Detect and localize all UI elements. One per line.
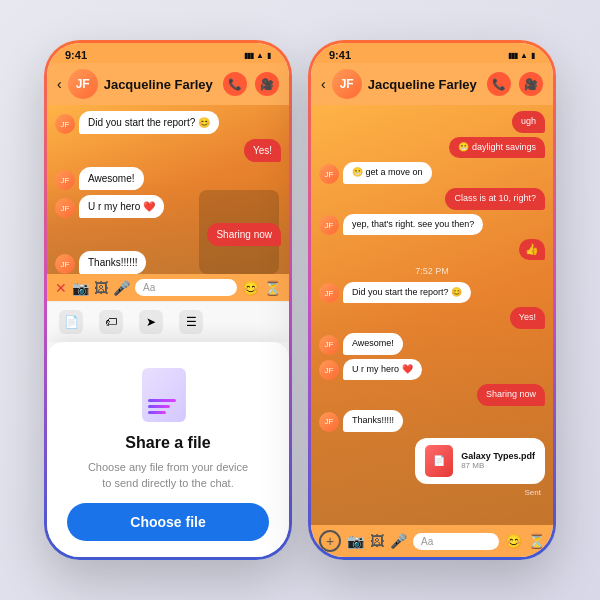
file-message-row: 📄 Galaxy Types.pdf 87 MB xyxy=(319,438,545,484)
sticker-icon[interactable]: 🏷 xyxy=(99,310,123,334)
menu-icon[interactable]: ☰ xyxy=(179,310,203,334)
message-row: JF Did you start the report? 😊 xyxy=(55,111,281,134)
mic-icon[interactable]: 🎤 xyxy=(113,280,130,296)
message-input-right[interactable]: Aa xyxy=(413,533,499,550)
camera-icon[interactable]: 📷 xyxy=(72,280,89,296)
msg-avatar: JF xyxy=(55,198,75,218)
file-info: Galaxy Types.pdf 87 MB xyxy=(461,451,535,470)
input-bar-right: + 📷 🖼 🎤 Aa 😊 ⏳ xyxy=(311,525,553,557)
mic-icon-right[interactable]: 🎤 xyxy=(390,533,407,549)
file-name: Galaxy Types.pdf xyxy=(461,451,535,461)
scene: 9:41 ▮▮▮ ▲ ▮ ‹ JF Jacqueline Farley 📞 🎥 xyxy=(0,0,600,600)
bubble: 😬 daylight savings xyxy=(449,137,545,159)
message-row: JF U r my hero ❤️ xyxy=(319,359,545,381)
emoji-icon[interactable]: 😊 xyxy=(242,280,259,296)
bubble: Awesome! xyxy=(79,167,144,190)
msg-avatar: JF xyxy=(55,114,75,134)
status-time-right: 9:41 xyxy=(329,49,351,61)
file-line xyxy=(148,411,166,414)
close-icon[interactable]: ✕ xyxy=(55,280,67,296)
message-row: Sharing now xyxy=(319,384,545,406)
call-button-right[interactable]: 📞 xyxy=(487,72,511,96)
phone-left: 9:41 ▮▮▮ ▲ ▮ ‹ JF Jacqueline Farley 📞 🎥 xyxy=(44,40,292,560)
call-button-left[interactable]: 📞 xyxy=(223,72,247,96)
signal-icon-left: ▮▮▮ xyxy=(244,51,253,60)
file-attach-icon[interactable]: 📄 xyxy=(59,310,83,334)
msg-avatar: JF xyxy=(55,254,75,274)
file-size: 87 MB xyxy=(461,461,535,470)
message-row: JF Awesome! xyxy=(55,167,281,190)
file-line xyxy=(148,405,170,408)
sent-label: Sent xyxy=(319,488,545,497)
bubble: Sharing now xyxy=(477,384,545,406)
modal-title: Share a file xyxy=(125,434,210,452)
message-row: Yes! xyxy=(319,307,545,329)
message-row: JF 😬 get a move on xyxy=(319,162,545,184)
message-row: 😬 daylight savings xyxy=(319,137,545,159)
timer-icon-right[interactable]: ⏳ xyxy=(528,533,545,549)
chat-body-left: JF Did you start the report? 😊 Yes! JF A… xyxy=(47,105,289,274)
status-bar-left: 9:41 ▮▮▮ ▲ ▮ xyxy=(47,43,289,63)
input-bar-left: ✕ 📷 🖼 🎤 Aa 😊 ⏳ xyxy=(47,274,289,301)
camera-icon-right[interactable]: 📷 xyxy=(347,533,364,549)
wifi-icon-left: ▲ xyxy=(256,51,264,60)
phone-right: 9:41 ▮▮▮ ▲ ▮ ‹ JF Jacqueline Farley 📞 🎥 xyxy=(308,40,556,560)
battery-icon-right: ▮ xyxy=(531,51,535,60)
file-line xyxy=(148,399,176,402)
chat-body-right: ugh 😬 daylight savings JF 😬 get a move o… xyxy=(311,105,553,525)
bubble: Thanks!!!!! xyxy=(343,410,403,432)
pdf-icon: 📄 xyxy=(425,445,453,477)
bubble: 👍 xyxy=(519,239,545,259)
status-bar-right: 9:41 ▮▮▮ ▲ ▮ xyxy=(311,43,553,63)
image-icon-right[interactable]: 🖼 xyxy=(370,533,384,549)
msg-avatar: JF xyxy=(319,283,339,303)
bubble: U r my hero ❤️ xyxy=(343,359,422,381)
bubble: Awesome! xyxy=(343,333,403,355)
bubble: Class is at 10, right? xyxy=(445,188,545,210)
contact-name-right: Jacqueline Farley xyxy=(368,77,481,92)
add-button-right[interactable]: + xyxy=(319,530,341,552)
send-icon[interactable]: ➤ xyxy=(139,310,163,334)
bubble: Did you start the report? 😊 xyxy=(79,111,219,134)
avatar-right: JF xyxy=(332,69,362,99)
status-icons-left: ▮▮▮ ▲ ▮ xyxy=(244,51,271,60)
status-time-left: 9:41 xyxy=(65,49,87,61)
bubble: Did you start the report? 😊 xyxy=(343,282,471,304)
message-row: 👍 xyxy=(319,239,545,259)
battery-icon-left: ▮ xyxy=(267,51,271,60)
header-icons-left: 📞 🎥 xyxy=(223,72,279,96)
wifi-icon-right: ▲ xyxy=(520,51,528,60)
bubble: ugh xyxy=(512,111,545,133)
file-icon xyxy=(142,362,194,422)
message-row: JF U r my hero ❤️ xyxy=(55,195,281,218)
chat-header-right: ‹ JF Jacqueline Farley 📞 🎥 xyxy=(311,63,553,105)
signal-icon-right: ▮▮▮ xyxy=(508,51,517,60)
timer-icon[interactable]: ⏳ xyxy=(264,280,281,296)
back-button-right[interactable]: ‹ xyxy=(321,76,326,92)
file-bubble: 📄 Galaxy Types.pdf 87 MB xyxy=(415,438,545,484)
message-row: JF yep, that's right. see you then? xyxy=(319,214,545,236)
attach-tray: 📄 🏷 ➤ ☰ xyxy=(47,301,289,342)
share-modal: Share a file Choose any file from your d… xyxy=(47,342,289,557)
video-button-right[interactable]: 🎥 xyxy=(519,72,543,96)
message-row: Sharing now xyxy=(55,223,281,246)
back-button-left[interactable]: ‹ xyxy=(57,76,62,92)
emoji-icon-right[interactable]: 😊 xyxy=(505,533,522,549)
message-row: JF Did you start the report? 😊 xyxy=(319,282,545,304)
choose-file-button[interactable]: Choose file xyxy=(67,503,269,541)
video-button-left[interactable]: 🎥 xyxy=(255,72,279,96)
bubble: Sharing now xyxy=(207,223,281,246)
modal-description: Choose any file from your deviceto send … xyxy=(88,460,248,491)
image-icon[interactable]: 🖼 xyxy=(94,280,108,296)
bubble: yep, that's right. see you then? xyxy=(343,214,483,236)
message-row: ugh xyxy=(319,111,545,133)
chat-header-left: ‹ JF Jacqueline Farley 📞 🎥 xyxy=(47,63,289,105)
msg-avatar: JF xyxy=(55,170,75,190)
message-input[interactable]: Aa xyxy=(135,279,237,296)
bubble: U r my hero ❤️ xyxy=(79,195,164,218)
contact-name-left: Jacqueline Farley xyxy=(104,77,217,92)
time-label: 7:52 PM xyxy=(319,266,545,276)
bubble: 😬 get a move on xyxy=(343,162,432,184)
bubble: Yes! xyxy=(510,307,545,329)
message-row: JF Thanks!!!!! xyxy=(319,410,545,432)
